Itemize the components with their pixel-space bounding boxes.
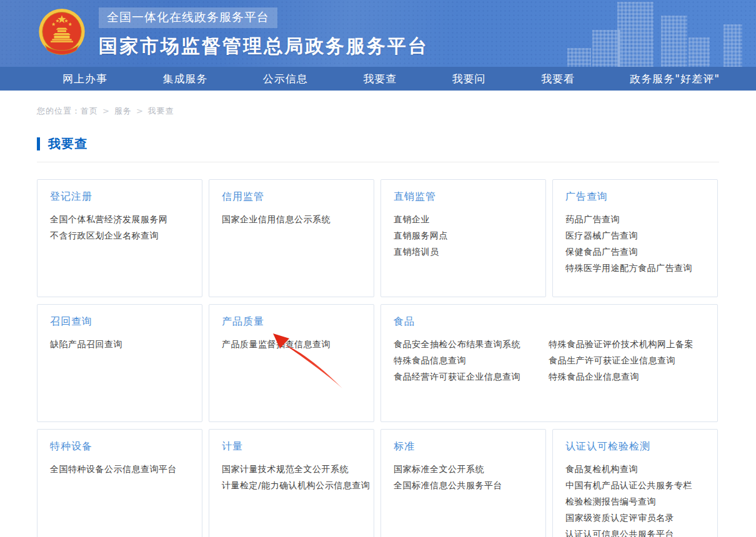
card-title[interactable]: 召回查询: [50, 315, 189, 328]
card-title[interactable]: 产品质量: [222, 315, 361, 328]
card-link[interactable]: 不含行政区划企业名称查询: [50, 227, 189, 244]
breadcrumb-item-3[interactable]: 我要查: [148, 106, 174, 116]
breadcrumb-separator: >: [102, 106, 110, 116]
service-card: 信用监管国家企业信用信息公示系统: [209, 179, 374, 297]
card-link[interactable]: 认证认可信息公共服务平台: [565, 526, 705, 537]
card-link[interactable]: 医疗器械广告查询: [565, 227, 705, 244]
card-link[interactable]: 药品广告查询: [565, 211, 705, 227]
service-card: 产品质量产品质量监督抽查信息查询: [209, 304, 374, 422]
nav-item-3[interactable]: 公示信息: [263, 72, 308, 86]
card-link[interactable]: 检验检测报告编号查询: [565, 493, 705, 510]
section-accent-bar: [37, 137, 40, 150]
card-links: 国家计量技术规范全文公开系统计量检定/能力确认机构公示信息查询: [222, 461, 361, 493]
service-card: 标准国家标准全文公开系统全国标准信息公共服务平台: [380, 429, 546, 537]
card-title[interactable]: 信用监管: [222, 190, 361, 204]
card-title[interactable]: 登记注册: [50, 190, 189, 204]
breadcrumb-prefix: 您的位置：: [37, 106, 81, 116]
card-column: 食品安全抽检公布结果查询系统特殊食品信息查询食品经营许可获证企业信息查询: [394, 336, 549, 385]
platform-label: 全国一体化在线政务服务平台: [99, 7, 277, 28]
site-title: 国家市场监督管理总局政务服务平台: [99, 34, 429, 59]
card-link[interactable]: 食品经营许可获证企业信息查询: [394, 368, 549, 385]
card-link[interactable]: 特殊食品验证评价技术机构网上备案: [549, 336, 705, 352]
service-card: 食品食品安全抽检公布结果查询系统特殊食品信息查询食品经营许可获证企业信息查询特殊…: [380, 304, 718, 422]
card-links: 全国个体私营经济发展服务网不含行政区划企业名称查询: [50, 211, 189, 244]
service-card: 特种设备全国特种设备公示信息查询平台: [37, 429, 202, 537]
card-links: 缺陷产品召回查询: [50, 336, 189, 352]
card-link[interactable]: 国家标准全文公开系统: [394, 461, 533, 477]
card-links: 国家标准全文公开系统全国标准信息公共服务平台: [394, 461, 533, 493]
card-links: 产品质量监督抽查信息查询: [222, 336, 361, 352]
card-link[interactable]: 直销企业: [394, 211, 533, 227]
service-card: 认证认可检验检测食品复检机构查询中国有机产品认证公共服务专栏检验检测报告编号查询…: [552, 429, 718, 537]
nav-item-1[interactable]: 网上办事: [62, 72, 107, 86]
card-link[interactable]: 国家级资质认定评审员名录: [565, 510, 705, 526]
card-title[interactable]: 标准: [394, 440, 533, 453]
service-card: 直销监管直销企业直销服务网点直销培训员: [380, 179, 546, 297]
card-title[interactable]: 计量: [222, 440, 361, 453]
nav-item-7[interactable]: 政务服务"好差评": [630, 72, 720, 86]
service-card: 广告查询药品广告查询医疗器械广告查询保健食品广告查询特殊医学用途配方食品广告查询: [552, 179, 718, 297]
card-link[interactable]: 全国特种设备公示信息查询平台: [50, 461, 189, 477]
service-cards-grid: 登记注册全国个体私营经济发展服务网不含行政区划企业名称查询信用监管国家企业信用信…: [37, 179, 719, 537]
service-card: 计量国家计量技术规范全文公开系统计量检定/能力确认机构公示信息查询: [209, 429, 374, 537]
breadcrumb: 您的位置：首页>服务>我要查: [37, 106, 719, 117]
breadcrumb-separator: >: [136, 106, 144, 116]
card-title[interactable]: 广告查询: [565, 190, 705, 204]
card-links: 直销企业直销服务网点直销培训员: [394, 211, 533, 260]
card-link[interactable]: 缺陷产品召回查询: [50, 336, 189, 352]
card-link[interactable]: 国家计量技术规范全文公开系统: [222, 461, 361, 477]
nav-item-4[interactable]: 我要查: [363, 72, 397, 86]
card-link[interactable]: 国家企业信用信息公示系统: [222, 211, 361, 227]
card-link[interactable]: 中国有机产品认证公共服务专栏: [565, 477, 705, 493]
site-header: 全国一体化在线政务服务平台 国家市场监督管理总局政务服务平台: [0, 0, 756, 67]
main-nav: 网上办事集成服务公示信息我要查我要问我要看政务服务"好差评": [0, 67, 756, 91]
nav-item-2[interactable]: 集成服务: [162, 72, 207, 86]
breadcrumb-item-1[interactable]: 首页: [81, 106, 98, 116]
national-emblem-logo: [37, 4, 86, 62]
service-card: 登记注册全国个体私营经济发展服务网不含行政区划企业名称查询: [37, 179, 202, 297]
page-title: 我要查: [48, 135, 87, 152]
card-link[interactable]: 特殊食品信息查询: [394, 352, 549, 368]
card-link[interactable]: 食品安全抽检公布结果查询系统: [394, 336, 549, 352]
card-title[interactable]: 特种设备: [50, 440, 189, 453]
card-title[interactable]: 直销监管: [394, 190, 533, 204]
section-head: 我要查: [37, 135, 719, 152]
card-links: 国家企业信用信息公示系统: [222, 211, 361, 227]
nav-item-6[interactable]: 我要看: [541, 72, 575, 86]
card-link[interactable]: 特殊医学用途配方食品广告查询: [565, 260, 705, 276]
card-title[interactable]: 认证认可检验检测: [565, 440, 705, 453]
card-link[interactable]: 直销服务网点: [394, 227, 533, 244]
card-column: 特殊食品验证评价技术机构网上备案食品生产许可获证企业信息查询特殊食品企业信息查询: [549, 336, 705, 385]
card-links: 全国特种设备公示信息查询平台: [50, 461, 189, 477]
card-title[interactable]: 食品: [394, 315, 705, 328]
card-link[interactable]: 食品生产许可获证企业信息查询: [549, 352, 705, 368]
breadcrumb-item-2[interactable]: 服务: [114, 106, 132, 116]
card-link[interactable]: 全国个体私营经济发展服务网: [50, 211, 189, 227]
page-content: 您的位置：首页>服务>我要查 我要查 登记注册全国个体私营经济发展服务网不含行政…: [37, 106, 719, 537]
card-link[interactable]: 产品质量监督抽查信息查询: [222, 336, 361, 352]
card-link[interactable]: 计量检定/能力确认机构公示信息查询: [222, 477, 361, 493]
card-link[interactable]: 食品复检机构查询: [565, 461, 705, 477]
card-links: 药品广告查询医疗器械广告查询保健食品广告查询特殊医学用途配方食品广告查询: [565, 211, 705, 276]
card-link[interactable]: 特殊食品企业信息查询: [549, 368, 705, 385]
service-card: 召回查询缺陷产品召回查询: [37, 304, 202, 422]
card-links: 食品复检机构查询中国有机产品认证公共服务专栏检验检测报告编号查询国家级资质认定评…: [565, 461, 705, 537]
card-columns: 食品安全抽检公布结果查询系统特殊食品信息查询食品经营许可获证企业信息查询特殊食品…: [394, 336, 705, 385]
nav-item-5[interactable]: 我要问: [452, 72, 486, 86]
card-link[interactable]: 直销培训员: [394, 244, 533, 260]
card-link[interactable]: 全国标准信息公共服务平台: [394, 477, 533, 493]
section-divider: [37, 162, 719, 162]
card-link[interactable]: 保健食品广告查询: [565, 244, 705, 260]
